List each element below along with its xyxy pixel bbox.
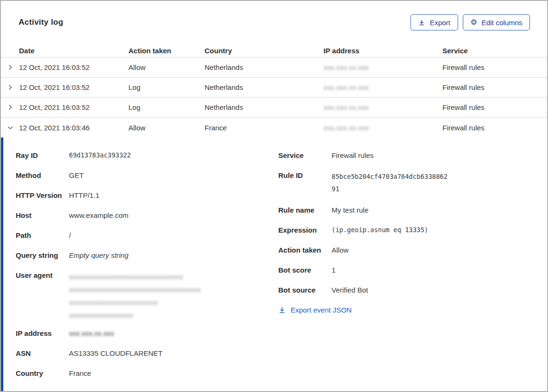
field-label: Query string	[16, 250, 69, 260]
field-method: Method GET	[16, 170, 278, 180]
row-action-taken: Allow	[128, 124, 205, 132]
chevron-right-icon[interactable]	[1, 64, 19, 71]
row-action-taken: Allow	[128, 63, 205, 71]
field-label: HTTP Version	[16, 190, 69, 200]
field-label: Rule name	[278, 205, 332, 215]
field-host: Host www.example.com	[16, 210, 278, 220]
field-expression: Expression (ip.geoip.asnum eq 13335)	[278, 225, 530, 235]
row-ip-address-redacted: xxx.xxx.xx.xxx	[323, 63, 442, 71]
field-label: Method	[16, 170, 69, 180]
field-path: Path /	[16, 230, 278, 240]
row-country: Netherlands	[205, 103, 323, 111]
field-label: Bot source	[278, 285, 332, 295]
table-row-expanded[interactable]: 12 Oct, 2021 16:03:46 Allow France xxx.x…	[1, 118, 547, 137]
download-icon	[418, 19, 425, 26]
gear-icon: ⚙	[470, 19, 477, 26]
field-value: Firewall rules	[332, 150, 373, 160]
field-query-string: Query string Empty query string	[16, 250, 278, 260]
redacted-line: xxxxxxxxxxxxxxxxxx	[69, 309, 201, 322]
field-value: France	[69, 368, 91, 378]
row-service: Firewall rules	[442, 83, 547, 91]
field-value: (ip.geoip.asnum eq 13335)	[332, 225, 428, 235]
field-label: Ray ID	[16, 150, 69, 160]
row-country: Netherlands	[205, 83, 323, 91]
field-value: 69d13783ac393322	[69, 150, 131, 160]
field-action-taken: Action taken Allow	[278, 245, 530, 255]
field-value: Empty query string	[69, 250, 128, 260]
export-button-label: Export	[430, 19, 450, 27]
field-label: Path	[16, 230, 69, 240]
field-label: ASN	[16, 348, 69, 358]
field-country: Country France	[16, 368, 278, 378]
field-http-version: HTTP Version HTTP/1.1	[16, 190, 278, 200]
field-rule-id: Rule ID 85bce5b204cf4703a764dcb633886291	[278, 170, 530, 195]
table-row[interactable]: 12 Oct, 2021 16:03:52 Log Netherlands xx…	[1, 98, 547, 118]
redacted-line: xxxxxxxxxxxxxxxxxxxxxxxxx	[69, 296, 201, 309]
row-action-taken: Log	[128, 103, 205, 111]
page-title: Activity log	[19, 18, 63, 27]
row-service: Firewall rules	[442, 103, 547, 111]
column-header-country: Country	[205, 47, 323, 55]
field-value: GET	[69, 170, 84, 180]
field-value: www.example.com	[69, 210, 128, 220]
export-event-json-link[interactable]: Export event JSON	[278, 306, 352, 314]
field-bot-source: Bot source Verified Bot	[278, 285, 530, 295]
field-label: Country	[16, 368, 69, 378]
row-date: 12 Oct, 2021 16:03:52	[19, 63, 128, 71]
row-ip-address-redacted: xxx.xxx.xx.xxx	[323, 83, 442, 91]
chevron-down-icon[interactable]	[1, 124, 19, 131]
table-row[interactable]: 12 Oct, 2021 16:03:52 Allow Netherlands …	[1, 58, 547, 78]
export-event-json-label: Export event JSON	[291, 306, 352, 314]
edit-columns-button-label: Edit columns	[481, 19, 522, 27]
field-value: Verified Bot	[332, 285, 368, 295]
edit-columns-button[interactable]: ⚙ Edit columns	[463, 14, 530, 30]
field-value: 1	[332, 265, 335, 275]
chevron-right-icon[interactable]	[1, 84, 19, 91]
detail-left-column: Ray ID 69d13783ac393322 Method GET HTTP …	[16, 150, 278, 391]
row-ip-address-redacted: xxx.xxx.xx.xxx	[323, 124, 442, 132]
field-service: Service Firewall rules	[278, 150, 530, 160]
field-label: Action taken	[278, 245, 332, 255]
table-row[interactable]: 12 Oct, 2021 16:03:52 Log Netherlands xx…	[1, 78, 547, 98]
field-user-agent: User agent xxxxxxxxxxxxxxxxxxxxxxxxxxxxx…	[16, 270, 278, 322]
field-ip-address: IP address xxx.xxx.xx.xxx	[16, 328, 278, 338]
field-value-redacted: xxxxxxxxxxxxxxxxxxxxxxxxxxxxxxxx xxxxxxx…	[69, 270, 201, 322]
row-country: France	[205, 124, 323, 132]
field-value: /	[69, 230, 71, 240]
field-value: 85bce5b204cf4703a764dcb633886291	[332, 170, 450, 195]
row-service: Firewall rules	[442, 63, 547, 71]
row-service: Firewall rules	[442, 124, 547, 132]
field-value: AS13335 CLOUDFLARENET	[69, 348, 163, 358]
field-rule-name: Rule name My test rule	[278, 205, 530, 215]
redacted-line: xxxxxxxxxxxxxxxxxxxxxxxxxxxxxxxxxxxxx	[69, 283, 201, 296]
field-value: Allow	[332, 245, 349, 255]
toolbar-actions: Export ⚙ Edit columns	[411, 14, 530, 30]
field-label: IP address	[16, 328, 69, 338]
field-ray-id: Ray ID 69d13783ac393322	[16, 150, 278, 160]
row-date: 12 Oct, 2021 16:03:46	[19, 124, 128, 132]
export-button[interactable]: Export	[411, 14, 458, 30]
event-detail-panel: Ray ID 69d13783ac393322 Method GET HTTP …	[1, 137, 547, 391]
chevron-right-icon[interactable]	[1, 104, 19, 111]
column-header-action-taken: Action taken	[128, 47, 205, 55]
row-action-taken: Log	[128, 83, 205, 91]
field-asn: ASN AS13335 CLOUDFLARENET	[16, 348, 278, 358]
field-value: HTTP/1.1	[69, 190, 99, 200]
field-label: Service	[278, 150, 332, 160]
field-label: Expression	[278, 225, 332, 235]
field-label: User agent	[16, 270, 69, 322]
field-label: Host	[16, 210, 69, 220]
field-label: Bot score	[278, 265, 332, 275]
redacted-line: xxxxxxxxxxxxxxxxxxxxxxxxxxxxxxxx	[69, 270, 201, 283]
column-header-date: Date	[19, 47, 128, 55]
table-header: Date Action taken Country IP address Ser…	[1, 44, 547, 58]
field-bot-score: Bot score 1	[278, 265, 530, 275]
row-country: Netherlands	[205, 63, 323, 71]
topbar: Activity log Export ⚙ Edit columns	[1, 1, 547, 44]
detail-right-column: Service Firewall rules Rule ID 85bce5b20…	[278, 150, 530, 391]
download-icon	[278, 306, 286, 314]
row-date: 12 Oct, 2021 16:03:52	[19, 83, 128, 91]
field-label: Rule ID	[278, 170, 332, 195]
field-value-redacted: xxx.xxx.xx.xxx	[69, 328, 114, 338]
column-header-ip-address: IP address	[323, 47, 442, 55]
